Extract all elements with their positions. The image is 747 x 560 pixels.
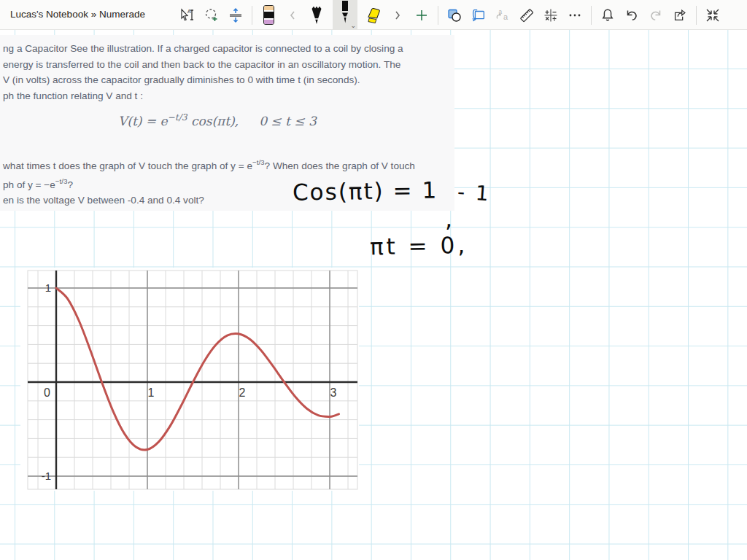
shapes-icon	[446, 7, 462, 23]
toolbar-divider	[252, 6, 252, 25]
highlighter-icon	[365, 4, 382, 26]
plus-icon	[415, 9, 428, 22]
toolbar-tools: A	[179, 0, 721, 30]
ink-to-text-button[interactable]: a a	[495, 6, 511, 25]
math-button[interactable]	[543, 6, 559, 25]
handwriting-pit-equation[interactable]: πt = 0,	[370, 232, 468, 260]
highlighter-tool-button[interactable]	[365, 6, 382, 25]
svg-text:1: 1	[45, 281, 51, 294]
ellipsis-icon	[567, 7, 583, 23]
bell-icon	[600, 7, 616, 23]
add-pen-button[interactable]	[414, 6, 430, 25]
svg-text:a: a	[503, 12, 508, 21]
select-button[interactable]: A	[179, 6, 196, 25]
svg-text:-1: -1	[42, 470, 51, 482]
lasso-icon	[204, 7, 220, 23]
eraser-button[interactable]	[260, 6, 276, 25]
shapes-button[interactable]	[446, 6, 462, 25]
next-pens-button[interactable]	[390, 6, 406, 25]
select-cursor-icon: A	[179, 7, 196, 23]
redo-icon	[648, 7, 664, 23]
svg-text:1: 1	[148, 386, 155, 399]
share-icon	[672, 7, 688, 23]
toolbar-divider	[696, 6, 697, 25]
ink-to-shape-button[interactable]	[471, 6, 487, 25]
svg-text:A: A	[187, 9, 191, 14]
toolbar-divider	[438, 6, 438, 25]
handwriting-comma[interactable]: ,	[445, 205, 452, 233]
notebook-breadcrumb: Lucas's Notebook » Numerade	[10, 9, 145, 20]
insert-space-button[interactable]	[228, 6, 244, 25]
app-window: Lucas's Notebook » Numerade A	[0, 0, 747, 560]
notebook-canvas[interactable]: ng a Capacitor See the illustration. If …	[0, 30, 747, 560]
eraser-icon	[263, 5, 274, 25]
graph-image[interactable]: 01231-1	[20, 268, 359, 491]
chevron-right-icon	[393, 9, 402, 21]
problem-line: ph the function relating V and t :	[3, 88, 454, 104]
ink-to-text-icon: a a	[495, 7, 511, 23]
lasso-select-button[interactable]	[204, 6, 220, 25]
toolbar: Lucas's Notebook » Numerade A	[0, 0, 747, 30]
svg-text:2: 2	[239, 386, 246, 399]
collapse-button[interactable]	[705, 6, 721, 25]
graph-svg: 01231-1	[20, 268, 359, 491]
svg-text:0: 0	[44, 386, 50, 399]
problem-line: ng a Capacitor See the illustration. If …	[3, 41, 454, 57]
problem-line: energy is transferred to the coil and th…	[3, 57, 454, 73]
handwriting-cos-equation[interactable]: Cos(πt) = 1	[293, 176, 438, 205]
collapse-icon	[705, 7, 721, 23]
toolbar-divider	[591, 6, 592, 25]
undo-button[interactable]	[624, 6, 640, 25]
pen-tool-button-selected[interactable]: ⌄	[333, 0, 357, 30]
pen-dropdown-chevron-icon[interactable]: ⌄	[350, 22, 356, 29]
ruler-icon	[519, 7, 535, 23]
problem-formula: V(t) = e−t/3 cos(πt),0 ≤ t ≤ 3	[118, 110, 454, 132]
pencil-icon	[309, 4, 325, 26]
problem-line: what times t does the graph of V touch t…	[3, 155, 454, 174]
notifications-button[interactable]	[600, 6, 616, 25]
svg-text:3: 3	[330, 386, 337, 399]
ink-to-shape-icon	[471, 7, 487, 23]
pencil-tool-button[interactable]	[309, 6, 325, 25]
chevron-left-icon	[288, 9, 297, 21]
handwriting-negative-one[interactable]: - 1	[457, 179, 492, 206]
insert-space-icon	[228, 7, 244, 23]
problem-line: V (in volts) across the capacitor gradua…	[3, 72, 454, 88]
previous-pens-button[interactable]	[285, 6, 301, 25]
more-options-button[interactable]	[567, 6, 583, 25]
undo-icon	[624, 7, 640, 23]
share-button[interactable]	[672, 6, 688, 25]
ruler-button[interactable]	[519, 6, 535, 25]
redo-button[interactable]	[648, 6, 664, 25]
math-icon	[543, 7, 559, 23]
